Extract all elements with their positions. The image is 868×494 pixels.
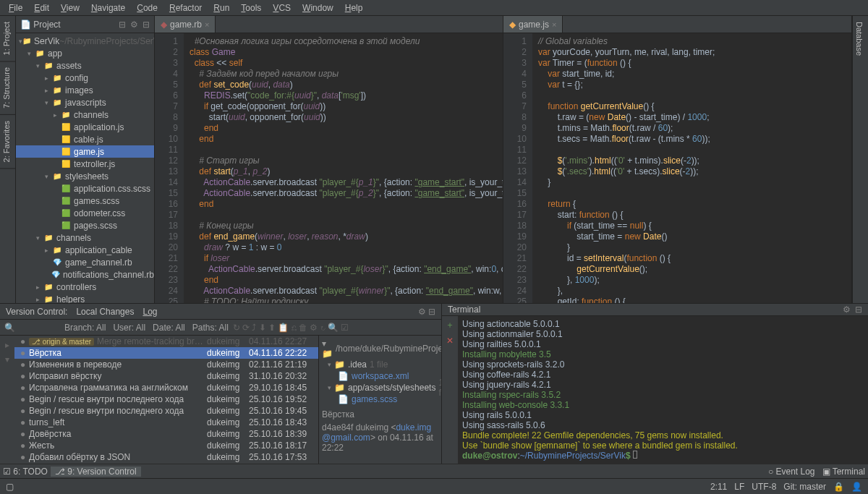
lock-icon[interactable]: 🔒 (833, 482, 844, 492)
menu-navigate[interactable]: Navigate (85, 3, 131, 13)
commit-list[interactable]: ●⎇ origin & masterMerge remote-tracking … (14, 336, 318, 464)
close-icon[interactable]: ✕ (446, 336, 454, 346)
commit-row[interactable]: ●Жестьdukeimg25.10.16 18:17 (14, 440, 318, 451)
tree-node[interactable]: ▸📁application_cable (16, 244, 154, 256)
left-tab[interactable]: 7: Structure (0, 61, 15, 115)
encoding[interactable]: UTF-8 (752, 482, 776, 492)
collapse-icon[interactable]: ▾ (5, 354, 9, 365)
vcs-file-node[interactable]: ▾📁 .idea 1 file (322, 359, 438, 370)
commit-row[interactable]: ●⎇ origin & masterMerge remote-tracking … (14, 336, 318, 347)
hide-icon[interactable]: ⊟ (855, 305, 862, 315)
hide-icon[interactable]: ⊟ (142, 20, 150, 30)
bottom-panel: Version Control: Local Changes Log ⚙ ⊟ 🔍… (0, 303, 868, 464)
menu-view[interactable]: View (55, 3, 85, 13)
tree-node[interactable]: ▾📁app (16, 47, 154, 59)
terminal-header: Terminal ⚙⊟ (442, 304, 868, 316)
left-tab[interactable]: 1: Project (0, 16, 15, 61)
git-branch[interactable]: Git: master (783, 482, 826, 492)
left-tab[interactable]: 2: Favorites (0, 115, 15, 169)
vcs-tab-log[interactable]: Log (142, 307, 157, 317)
tree-node[interactable]: ▾📁channels (16, 231, 154, 244)
close-icon[interactable]: × (552, 20, 556, 29)
commit-row[interactable]: ●Довёрсткаdukeimg25.10.16 18:39 (14, 428, 318, 440)
editor-right: ◆ game.js × 1234567891011121314151617181… (503, 16, 852, 303)
menu-code[interactable]: Code (131, 3, 163, 13)
terminal-tab[interactable]: ▣ Terminal (822, 467, 865, 477)
gear-icon[interactable]: ⚙ (843, 305, 851, 315)
event-log[interactable]: ○ Event Log (768, 467, 815, 477)
tab-game-rb[interactable]: ◆ game.rb × (155, 16, 216, 33)
tree-node[interactable]: 🟩application.css.scss (16, 182, 154, 195)
search-input[interactable] (17, 323, 60, 333)
commit-detail-title: Вёрстка (322, 409, 438, 420)
code-editor-2[interactable]: 1234567891011121314151617181920212223242… (503, 33, 851, 303)
commit-row[interactable]: ●Вёрсткаdukeimg04.11.16 22:22 (14, 347, 318, 359)
expand-icon[interactable]: ▸ (5, 340, 9, 350)
search-icon[interactable]: 🔍 (4, 323, 15, 333)
vc-tab[interactable]: ⎇ 9: Version Control (51, 467, 141, 477)
tab-game-js[interactable]: ◆ game.js × (503, 16, 563, 33)
tree-node[interactable]: 🟨textroller.js (16, 158, 154, 170)
commit-row[interactable]: ●Изменения в переводеdukeimg02.11.16 21:… (14, 359, 318, 370)
commit-row[interactable]: ●Begin / rescue внутри последнего ходаdu… (14, 405, 318, 417)
filter-user[interactable]: User: All (110, 323, 148, 333)
commit-row[interactable]: ●Исправил вёрсткуdukeimg31.10.16 20:32 (14, 370, 318, 382)
editor-left: ◆ game.rb × 1234567891011121314151617181… (155, 16, 503, 303)
commit-row[interactable]: ●Добавил обёртку в JSONdukeimg25.10.16 1… (14, 451, 318, 463)
tree-node[interactable]: ▸📁images (16, 84, 154, 96)
tree-node[interactable]: ▸📁config (16, 72, 154, 84)
tree-node[interactable]: ▸📁helpers (16, 293, 154, 303)
menu-window[interactable]: Window (297, 3, 339, 13)
tree-node[interactable]: ▾📁javascripts (16, 96, 154, 108)
terminal-content[interactable]: Using actioncable 5.0.0.1Using actionmai… (458, 316, 868, 464)
vcs-gutter: ▸ ▾ (0, 336, 14, 464)
code-content[interactable]: #Основная логика игры сосредоточена в эт… (184, 33, 503, 303)
tree-node[interactable]: ▾📁stylesheets (16, 170, 154, 182)
menu-refactor[interactable]: Refactor (163, 3, 208, 13)
tree-node[interactable]: 💎game_channel.rb (16, 256, 154, 268)
menu-edit[interactable]: Edit (28, 3, 55, 13)
gear-icon[interactable]: ⚙ (130, 20, 138, 30)
filter-date[interactable]: Date: All (150, 323, 188, 333)
vcs-file-node[interactable]: ▾📁 app/assets/stylesheets 1 file (322, 382, 438, 393)
tree-node[interactable]: 🟩odometer.css (16, 207, 154, 219)
filter-branch[interactable]: Branch: All (61, 323, 109, 333)
tree-node[interactable]: 🟨application.js (16, 121, 154, 133)
vcs-file-node[interactable]: 📄 workspace.xml (322, 370, 438, 382)
menu-help[interactable]: Help (339, 3, 369, 13)
tree-node[interactable]: 🟨cable.js (16, 133, 154, 145)
commit-row[interactable]: ●Исправлена грамматика на английскомduke… (14, 382, 318, 393)
terminal-toolbar: ＋ ✕ (442, 316, 458, 464)
todo-tab[interactable]: ☑ 6: TODO (3, 467, 48, 477)
collapse-icon[interactable]: ⊟ (119, 20, 126, 30)
project-tree[interactable]: ▾📁SerVik ~/RubymineProjects/SerVik▾📁app▾… (16, 33, 154, 303)
commit-row[interactable]: ●Begin / rescue внутри последнего ходаdu… (14, 393, 318, 405)
line-separator[interactable]: LF (734, 482, 744, 492)
code-editor-1[interactable]: 1234567891011121314151617181920212223242… (155, 33, 503, 303)
menu-vcs[interactable]: VCS (267, 3, 297, 13)
filter-paths[interactable]: Paths: All (190, 323, 231, 333)
tree-node[interactable]: ▸📁controllers (16, 281, 154, 293)
inspect-icon[interactable]: 👤 (851, 482, 862, 492)
tree-node[interactable]: 💎notifications_channel.rb (16, 268, 154, 281)
tree-node[interactable]: ▾📁assets (16, 59, 154, 72)
tree-node[interactable]: ▾📁SerVik ~/RubymineProjects/SerVik (16, 35, 154, 47)
gear-icon[interactable]: ⚙ ⊟ (418, 307, 435, 317)
vcs-tab-local[interactable]: Local Changes (76, 307, 134, 317)
vcs-file-node[interactable]: 📄 games.scss (322, 393, 438, 405)
menu-tools[interactable]: Tools (235, 3, 267, 13)
menu-file[interactable]: File (3, 3, 28, 13)
add-icon[interactable]: ＋ (446, 319, 454, 331)
vcs-header: Version Control: Local Changes Log ⚙ ⊟ (0, 304, 441, 320)
right-tab[interactable]: Database (853, 16, 866, 61)
commit-row[interactable]: ●turns_leftdukeimg25.10.16 18:43 (14, 417, 318, 428)
code-content[interactable]: // Global variables var yourCode, yourTu… (532, 33, 851, 303)
tree-node[interactable]: 🟩games.scss (16, 195, 154, 207)
close-icon[interactable]: × (205, 20, 209, 29)
tree-node[interactable]: 🟨game.js (16, 145, 154, 158)
tree-node[interactable]: ▸📁channels (16, 108, 154, 121)
tree-node[interactable]: 🟩pages.scss (16, 219, 154, 231)
cursor-position[interactable]: 2:11 (710, 482, 727, 492)
status-icon[interactable]: ▢ (6, 482, 14, 492)
menu-run[interactable]: Run (208, 3, 235, 13)
